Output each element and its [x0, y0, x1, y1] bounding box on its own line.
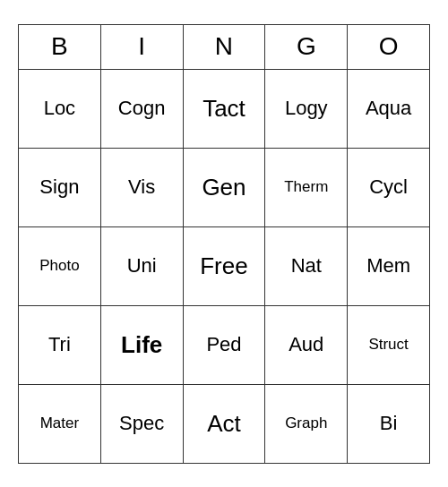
- bingo-header-cell: O: [348, 24, 430, 69]
- bingo-cell: Aqua: [348, 69, 430, 148]
- bingo-row: SignVisGenThermCycl: [19, 148, 430, 226]
- bingo-cell: Bi: [348, 384, 430, 463]
- bingo-cell: Gen: [183, 148, 265, 226]
- bingo-header-cell: B: [19, 24, 101, 69]
- bingo-cell: Nat: [265, 226, 348, 305]
- bingo-cell: Loc: [19, 69, 101, 148]
- bingo-cell: Sign: [19, 148, 101, 226]
- bingo-cell: Logy: [265, 69, 348, 148]
- bingo-cell: Struct: [348, 305, 430, 384]
- bingo-cell: Free: [183, 226, 265, 305]
- bingo-cell: Tri: [19, 305, 101, 384]
- bingo-cell: Vis: [100, 148, 183, 226]
- bingo-cell: Therm: [265, 148, 348, 226]
- bingo-cell: Photo: [19, 226, 101, 305]
- bingo-header-cell: G: [265, 24, 348, 69]
- bingo-header-cell: I: [100, 24, 183, 69]
- bingo-cell: Ped: [183, 305, 265, 384]
- bingo-cell: Cogn: [100, 69, 183, 148]
- bingo-row: TriLifePedAudStruct: [19, 305, 430, 384]
- bingo-card: BINGO LocCognTactLogyAquaSignVisGenTherm…: [18, 24, 430, 464]
- bingo-cell: Graph: [265, 384, 348, 463]
- bingo-cell: Uni: [100, 226, 183, 305]
- bingo-row: LocCognTactLogyAqua: [19, 69, 430, 148]
- bingo-cell: Mem: [348, 226, 430, 305]
- bingo-header-cell: N: [183, 24, 265, 69]
- bingo-cell: Act: [183, 384, 265, 463]
- bingo-cell: Spec: [100, 384, 183, 463]
- bingo-header-row: BINGO: [19, 24, 430, 69]
- bingo-row: PhotoUniFreeNatMem: [19, 226, 430, 305]
- bingo-cell: Mater: [19, 384, 101, 463]
- bingo-row: MaterSpecActGraphBi: [19, 384, 430, 463]
- bingo-cell: Life: [100, 305, 183, 384]
- bingo-cell: Tact: [183, 69, 265, 148]
- bingo-cell: Aud: [265, 305, 348, 384]
- bingo-cell: Cycl: [348, 148, 430, 226]
